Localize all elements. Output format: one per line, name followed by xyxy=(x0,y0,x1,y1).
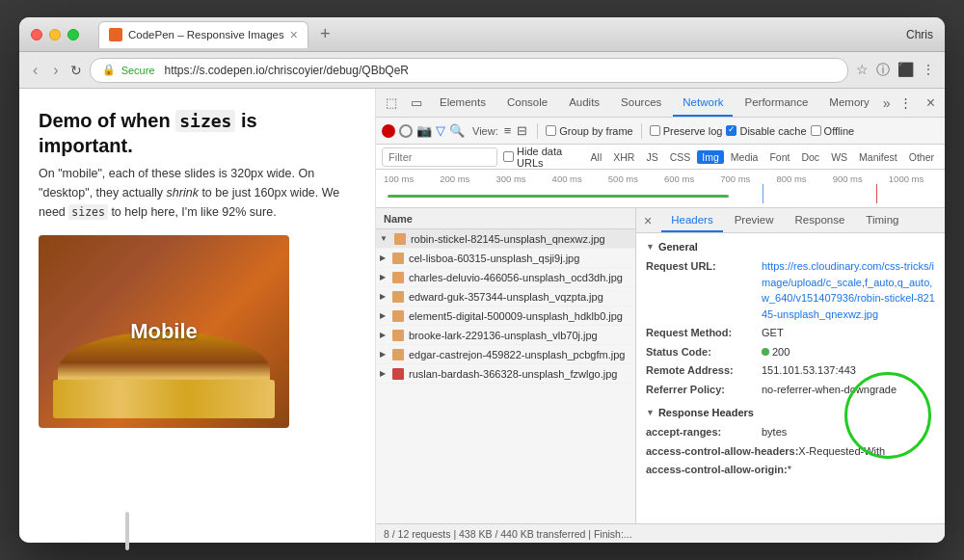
filter-type-img[interactable]: Img xyxy=(697,150,724,164)
preserve-log-checkbox[interactable]: Preserve log xyxy=(650,125,723,137)
tl-label-200ms: 200 ms xyxy=(440,173,495,184)
tab-elements[interactable]: Elements xyxy=(430,89,495,117)
url-field[interactable]: 🔒 Secure https://s.codepen.io/chriscoyie… xyxy=(90,58,848,83)
stop-button[interactable] xyxy=(399,124,413,138)
timeline-bar: 100 ms 200 ms 300 ms 400 ms 500 ms 600 m… xyxy=(376,170,945,208)
new-tab-button[interactable]: + xyxy=(314,22,336,46)
filter-type-media[interactable]: Media xyxy=(726,150,763,164)
tab-network[interactable]: Network xyxy=(673,89,733,117)
tl-label-700ms: 700 ms xyxy=(720,173,776,184)
filter-type-js[interactable]: JS xyxy=(641,150,662,164)
maximize-button[interactable] xyxy=(67,29,79,40)
hide-data-urls-checkbox[interactable]: Hide data URLs xyxy=(503,146,576,169)
more-tabs-icon[interactable]: » xyxy=(883,95,891,111)
devtools-settings-icon[interactable]: ⋮ xyxy=(894,92,917,115)
request-item-6[interactable]: ▶ edgar-castrejon-459822-unsplash_pcbgfm… xyxy=(376,345,635,364)
req-icon-6 xyxy=(391,348,405,361)
tab-performance[interactable]: Performance xyxy=(735,89,817,117)
tab-memory[interactable]: Memory xyxy=(819,89,879,117)
devtools-close-icon[interactable]: × xyxy=(921,93,941,114)
refresh-button[interactable]: ↻ xyxy=(70,63,82,78)
filter-type-all[interactable]: All xyxy=(586,150,607,164)
request-item-2[interactable]: ▶ charles-deluvio-466056-unsplash_ocd3dh… xyxy=(376,268,635,287)
offline-cb-box[interactable] xyxy=(811,125,821,136)
body-code: sizes xyxy=(68,204,108,220)
filter-type-doc[interactable]: Doc xyxy=(796,150,824,164)
request-url-label: Request URL: xyxy=(646,258,762,322)
devtools-inspect-icon[interactable]: ⬚ xyxy=(380,92,403,115)
disable-cache-cb-box[interactable] xyxy=(726,125,736,136)
filter-type-xhr[interactable]: XHR xyxy=(608,150,639,164)
extension-icon[interactable]: ⬛ xyxy=(897,62,914,79)
body-italic: shrink xyxy=(167,186,199,200)
bookmark-icon[interactable]: ☆ xyxy=(856,62,869,79)
details-close-icon[interactable]: × xyxy=(640,211,656,230)
info-icon[interactable]: ⓘ xyxy=(876,62,890,79)
scrollbar-thumb[interactable] xyxy=(125,512,129,543)
filter-icon[interactable]: ▽ xyxy=(436,123,445,138)
req-name-0: robin-stickel-82145-unsplash_qnexwz.jpg xyxy=(411,233,631,245)
group-frame-checkbox[interactable]: Group by frame xyxy=(546,125,632,137)
req-icon-5 xyxy=(391,329,405,342)
request-item-0[interactable]: ▼ robin-stickel-82145-unsplash_qnexwz.jp… xyxy=(376,229,635,249)
close-button[interactable] xyxy=(31,29,42,40)
access-control-origin-label: access-control-allow-origin: xyxy=(646,462,788,478)
page-heading: Demo of when sizes is important. xyxy=(39,108,356,158)
record-button[interactable] xyxy=(382,124,395,138)
details-content[interactable]: ▼ General Request URL: https://res.cloud… xyxy=(636,233,945,523)
secure-icon: 🔒 xyxy=(102,64,116,76)
expand-arrow-0: ▼ xyxy=(380,234,388,243)
timeline-graph xyxy=(376,184,945,203)
request-item-1[interactable]: ▶ cel-lisboa-60315-unsplash_qsji9j.jpg xyxy=(376,249,635,268)
search-icon[interactable]: 🔍 xyxy=(449,123,465,138)
request-method-value: GET xyxy=(762,325,935,341)
requests-list[interactable]: ▼ robin-stickel-82145-unsplash_qnexwz.jp… xyxy=(376,229,635,523)
tab-sources[interactable]: Sources xyxy=(611,89,671,117)
page-body: On "mobile", each of these slides is 320… xyxy=(39,164,356,222)
tab-title: CodePen – Responsive Images xyxy=(128,29,284,40)
list-view-icon[interactable]: ≡ xyxy=(502,122,514,139)
filter-type-manifest[interactable]: Manifest xyxy=(854,150,902,164)
request-item-4[interactable]: ▶ element5-digital-500009-unsplash_hdklb… xyxy=(376,307,635,326)
group-frame-cb-box[interactable] xyxy=(546,125,556,136)
minimize-button[interactable] xyxy=(49,29,61,40)
req-name-2: charles-deluvio-466056-unsplash_ocd3dh.j… xyxy=(409,272,631,283)
referrer-policy-value: no-referrer-when-downgrade xyxy=(762,382,935,398)
url-actions: ☆ ⓘ ⬛ ⋮ xyxy=(856,62,935,79)
tab-console[interactable]: Console xyxy=(497,89,557,117)
requests-panel: Name ▼ robin-stickel-82145-unsplash_qnex… xyxy=(376,208,636,523)
offline-checkbox[interactable]: Offline xyxy=(811,125,855,137)
hide-data-urls-cb-box[interactable] xyxy=(503,151,514,162)
group-view-icon[interactable]: ⊟ xyxy=(515,122,529,139)
forward-button[interactable]: › xyxy=(49,61,62,80)
request-item-5[interactable]: ▶ brooke-lark-229136-unsplash_vlb70j.jpg xyxy=(376,326,635,345)
titlebar: CodePen – Responsive Images × + Chris xyxy=(19,17,945,52)
back-button[interactable]: ‹ xyxy=(29,61,41,80)
remote-address-value: 151.101.53.137:443 xyxy=(762,362,935,379)
preserve-log-cb-box[interactable] xyxy=(650,125,660,136)
req-name-1: cel-lisboa-60315-unsplash_qsji9j.jpg xyxy=(409,253,631,264)
more-icon[interactable]: ⋮ xyxy=(922,62,935,79)
browser-tab[interactable]: CodePen – Responsive Images × xyxy=(98,21,308,48)
tab-area: CodePen – Responsive Images × + xyxy=(98,21,898,48)
toolbar-divider xyxy=(537,123,538,139)
camera-icon[interactable]: 📷 xyxy=(416,123,432,138)
tab-audits[interactable]: Audits xyxy=(559,89,609,117)
general-arrow-icon: ▼ xyxy=(646,242,655,252)
filter-input[interactable] xyxy=(382,147,497,167)
filter-type-css[interactable]: CSS xyxy=(665,150,696,164)
tl-label-900ms: 900 ms xyxy=(833,173,889,184)
filter-type-other[interactable]: Other xyxy=(904,150,939,164)
devtools-mobile-icon[interactable]: ▭ xyxy=(405,92,428,115)
tab-close-icon[interactable]: × xyxy=(290,28,298,41)
request-item-3[interactable]: ▶ edward-guk-357344-unsplash_vqzpta.jpg xyxy=(376,287,635,307)
disable-cache-checkbox[interactable]: Disable cache xyxy=(726,125,806,137)
details-tabs: × Headers Preview Response Timing xyxy=(636,208,945,233)
filter-type-font[interactable]: Font xyxy=(764,150,794,164)
details-tab-response[interactable]: Response xyxy=(786,208,855,232)
request-item-7[interactable]: ▶ ruslan-bardash-366328-unsplash_fzwlgo.… xyxy=(376,364,635,384)
details-tab-timing[interactable]: Timing xyxy=(856,208,908,232)
details-tab-headers[interactable]: Headers xyxy=(661,208,722,232)
filter-type-ws[interactable]: WS xyxy=(826,150,852,164)
details-tab-preview[interactable]: Preview xyxy=(725,208,784,232)
